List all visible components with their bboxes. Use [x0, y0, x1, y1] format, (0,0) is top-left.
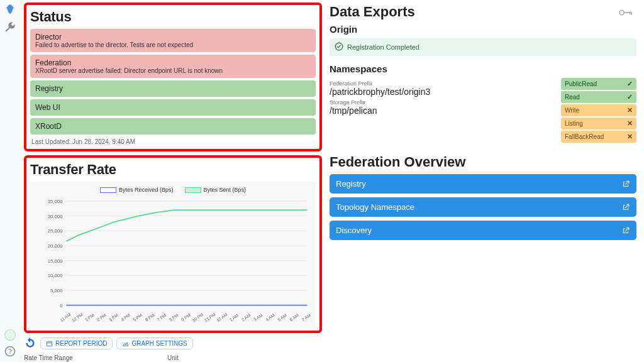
namespaces-heading: Namespaces — [330, 63, 636, 74]
svg-text:9 PM: 9 PM — [180, 313, 191, 322]
status-indicator-icon[interactable] — [4, 329, 16, 341]
rate-unit-label: Unit — [167, 354, 307, 361]
capability-badge-write: Write✕ — [561, 104, 636, 116]
external-link-icon — [621, 203, 630, 212]
svg-text:12 PM: 12 PM — [71, 312, 84, 322]
status-row-federation[interactable]: FederationXRootD server advertise failed… — [30, 55, 316, 78]
data-exports-heading: Data Exports — [330, 4, 636, 20]
federation-item-discovery[interactable]: Discovery — [330, 221, 636, 240]
capability-badge-listing: Listing✕ — [561, 118, 636, 129]
svg-text:2 AM: 2 AM — [241, 313, 252, 322]
legend-sent: Bytes Sent (Bps) — [185, 187, 247, 193]
svg-text:5 AM: 5 AM — [277, 313, 287, 322]
svg-text:1 AM: 1 AM — [229, 313, 240, 322]
origin-heading: Origin — [330, 24, 636, 35]
svg-text:2 PM: 2 PM — [96, 313, 107, 322]
storage-prefix-value: /tmp/pelican — [330, 106, 557, 116]
svg-text:4 AM: 4 AM — [265, 313, 275, 322]
status-row-web-ui[interactable]: Web UI — [30, 99, 316, 116]
svg-text:1 PM: 1 PM — [84, 313, 95, 322]
svg-text:35,000: 35,000 — [48, 199, 63, 204]
federation-prefix-label: Federation Prefix — [330, 80, 557, 87]
capability-badge-publicread: PublicRead✓ — [561, 78, 636, 90]
legend-recv: Bytes Received (Bps) — [100, 187, 174, 193]
registration-banner: Registration Completed — [330, 38, 636, 56]
federation-item-topology-namespace[interactable]: Topology Namespace — [330, 197, 636, 217]
status-row-registry[interactable]: Registry — [30, 80, 316, 97]
federation-overview-heading: Federation Overview — [330, 154, 636, 170]
svg-text:0: 0 — [60, 303, 62, 309]
graph-settings-button[interactable]: GRAPH SETTINGS — [116, 337, 192, 349]
svg-text:?: ? — [8, 348, 12, 355]
svg-text:8 PM: 8 PM — [169, 313, 179, 322]
rate-range-label: Rate Time Range — [24, 354, 164, 361]
external-link-icon — [621, 180, 630, 189]
help-icon[interactable]: ? — [4, 346, 16, 357]
svg-rect-39 — [47, 341, 52, 346]
svg-text:3 AM: 3 AM — [253, 313, 264, 322]
svg-text:7 AM: 7 AM — [301, 313, 312, 322]
federation-prefix-value: /patrickbrophy/test/origin3 — [330, 87, 557, 97]
capability-badge-fallbackread: FallBackRead✕ — [561, 131, 636, 143]
svg-text:20,000: 20,000 — [48, 243, 63, 249]
status-row-director[interactable]: DirectorFailed to advertise to the direc… — [30, 29, 316, 52]
federation-item-registry[interactable]: Registry — [330, 174, 636, 194]
svg-text:11 PM: 11 PM — [204, 312, 216, 322]
svg-text:12 AM: 12 AM — [216, 312, 228, 323]
capability-badge-read: Read✓ — [561, 91, 636, 103]
svg-text:30,000: 30,000 — [48, 214, 63, 219]
svg-text:3 PM: 3 PM — [108, 313, 119, 322]
svg-text:6 AM: 6 AM — [289, 313, 299, 322]
last-updated-text: Last Updated: Jun 28, 2024, 9:40 AM — [30, 137, 316, 145]
svg-point-40 — [619, 10, 624, 14]
refresh-icon[interactable] — [24, 337, 36, 349]
svg-text:4 PM: 4 PM — [120, 313, 131, 322]
svg-text:6 PM: 6 PM — [144, 313, 155, 322]
report-period-button[interactable]: REPORT PERIOD — [40, 337, 113, 349]
svg-text:25,000: 25,000 — [48, 228, 63, 234]
svg-text:15,000: 15,000 — [48, 258, 63, 264]
svg-text:7 PM: 7 PM — [157, 313, 167, 322]
svg-text:5 PM: 5 PM — [132, 313, 143, 322]
status-heading: Status — [30, 9, 316, 25]
storage-prefix-label: Storage Prefix — [330, 99, 557, 106]
external-link-icon — [621, 226, 630, 235]
svg-text:5,000: 5,000 — [50, 288, 62, 293]
transfer-rate-chart: 05,00010,00015,00020,00025,00030,00035,0… — [33, 195, 313, 324]
key-icon[interactable] — [619, 9, 633, 18]
svg-text:10 PM: 10 PM — [192, 312, 204, 322]
wrench-icon[interactable] — [4, 21, 16, 33]
transfer-heading: Transfer Rate — [30, 162, 316, 178]
svg-text:11 AM: 11 AM — [59, 312, 72, 323]
check-circle-icon — [335, 42, 343, 52]
pelican-logo-icon[interactable] — [4, 4, 16, 15]
status-row-xrootd[interactable]: XRootD — [30, 118, 316, 134]
svg-text:10,000: 10,000 — [48, 273, 63, 278]
